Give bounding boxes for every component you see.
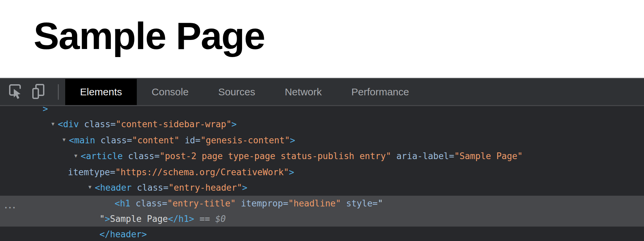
page-viewport: Sample Page xyxy=(0,0,644,78)
code-token-attr: id= xyxy=(179,135,201,145)
code-token-tag: <article xyxy=(81,151,123,161)
code-token-val: "content-sidebar-wrap" xyxy=(116,119,231,129)
device-toolbar-icon xyxy=(32,83,45,101)
tab-performance[interactable]: Performance xyxy=(336,79,424,105)
disclosure-triangle-icon[interactable]: ▼ xyxy=(51,116,58,132)
tab-sources[interactable]: Sources xyxy=(203,79,270,105)
dom-tree-node[interactable]: ▼<div class="content-sidebar-wrap"> xyxy=(0,116,644,133)
code-token-plain: Sample Page xyxy=(110,214,168,224)
code-token-tag: </header> xyxy=(99,229,147,239)
code-token-eq: == xyxy=(194,214,215,224)
code-token-val: "headline" xyxy=(288,198,341,208)
code-token-tag: > xyxy=(289,167,294,177)
dom-tree-node[interactable]: ">Sample Page</h1> == $0 xyxy=(0,211,644,227)
code-token-attr: class= xyxy=(130,198,167,208)
code-token-tag: > xyxy=(43,106,48,114)
dom-tree-node[interactable]: ▼<article class="post-2 page type-page s… xyxy=(0,148,644,164)
code-token-tag: <main xyxy=(69,135,95,145)
code-token-wq: " xyxy=(99,214,105,224)
code-token-val: "entry-header" xyxy=(168,183,242,193)
code-token-val: "post-2 page type-page status-publish en… xyxy=(160,151,391,161)
screen: Sample Page xyxy=(0,0,644,241)
code-token-tag: <header xyxy=(95,183,132,193)
code-token-dollar: $0 xyxy=(215,214,226,224)
page-title: Sample Page xyxy=(34,17,265,55)
code-token-attr: class= xyxy=(95,135,132,145)
disclosure-triangle-icon[interactable]: ▼ xyxy=(63,132,69,147)
code-token-val: "https://schema.org/CreativeWork" xyxy=(115,167,289,177)
tab-console[interactable]: Console xyxy=(137,79,203,105)
code-token-attr: class= xyxy=(132,183,169,193)
code-token-attr: itemtype= xyxy=(68,167,115,177)
dom-tree-node[interactable]: itemtype="https://schema.org/CreativeWor… xyxy=(0,164,644,180)
disclosure-triangle-icon[interactable]: ▼ xyxy=(88,179,95,195)
devtools-toolbar: ElementsConsoleSourcesNetworkPerformance xyxy=(0,79,644,106)
disclosure-triangle-icon[interactable]: ▼ xyxy=(74,148,81,163)
code-token-attr: itemprop= xyxy=(236,198,288,208)
code-token-tag: </h1> xyxy=(168,214,194,224)
elements-tree: >▼<div class="content-sidebar-wrap">▼<ma… xyxy=(0,106,644,241)
code-token-lq: " xyxy=(378,198,383,208)
code-token-tag: > xyxy=(105,214,110,224)
dom-tree-node[interactable]: ▼<header class="entry-header"> xyxy=(0,180,644,196)
dom-tree-node[interactable]: ▼<main class="content" id="genesis-conte… xyxy=(0,133,644,149)
code-token-tag: <div xyxy=(58,119,79,129)
dom-tree: >▼<div class="content-sidebar-wrap">▼<ma… xyxy=(0,106,644,241)
tab-network[interactable]: Network xyxy=(270,79,336,105)
toggle-device-toolbar-button[interactable] xyxy=(32,83,45,101)
code-token-attr: class= xyxy=(79,119,116,129)
code-token-tag: <h1 xyxy=(115,198,130,208)
code-token-val: "content" xyxy=(132,135,179,145)
tab-elements[interactable]: Elements xyxy=(65,79,137,105)
toolbar-divider xyxy=(58,84,59,100)
devtools-tabs: ElementsConsoleSourcesNetworkPerformance xyxy=(65,79,424,105)
code-token-attr: style= xyxy=(341,198,378,208)
inspect-element-icon xyxy=(8,83,23,101)
code-token-attr: aria-label= xyxy=(391,151,454,161)
code-token-val: "genesis-content" xyxy=(200,135,290,145)
code-token-tag: > xyxy=(242,183,247,193)
code-token-tag: > xyxy=(290,135,295,145)
dom-tree-node[interactable]: </header> xyxy=(0,227,644,241)
dom-tree-node[interactable]: <h1 class="entry-title" itemprop="headli… xyxy=(0,196,644,211)
code-token-val: "entry-title" xyxy=(167,198,236,208)
devtools-panel: ElementsConsoleSourcesNetworkPerformance… xyxy=(0,78,644,241)
code-token-val: "Sample Page" xyxy=(454,151,523,161)
dom-tree-node[interactable]: > xyxy=(0,106,644,116)
code-token-tag: > xyxy=(232,119,237,129)
code-token-attr: class= xyxy=(123,151,160,161)
inspect-element-button[interactable] xyxy=(8,83,23,101)
more-actions-icon[interactable]: ••• xyxy=(4,205,16,211)
